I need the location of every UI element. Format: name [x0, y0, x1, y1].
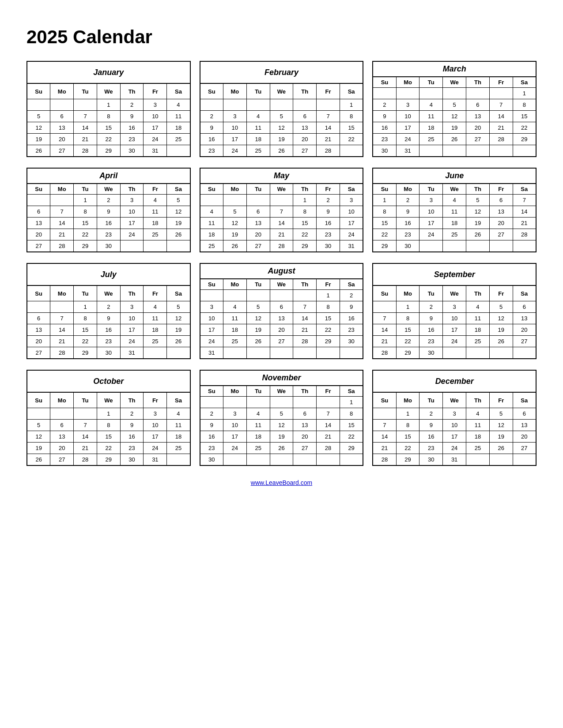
- day-cell: 14: [317, 122, 340, 134]
- day-cell: 27: [513, 443, 536, 454]
- day-cell: 28: [74, 145, 97, 157]
- day-cell: 18: [443, 218, 466, 229]
- day-cell: 19: [223, 229, 246, 240]
- day-cell: 12: [443, 111, 466, 122]
- day-cell: 6: [50, 111, 74, 122]
- day-cell: 18: [246, 431, 270, 443]
- day-cell: 3: [200, 301, 223, 313]
- day-cell: 30: [120, 454, 144, 466]
- day-cell: 2: [97, 301, 120, 313]
- day-cell: 20: [513, 324, 536, 336]
- day-cell: 1: [74, 301, 97, 313]
- day-cell: 26: [167, 336, 190, 347]
- table-row: 11121314151617: [200, 218, 363, 229]
- day-header-su: Su: [27, 184, 50, 195]
- day-cell: 7: [373, 313, 396, 324]
- day-cell: 26: [223, 240, 246, 252]
- table-row: 19202122232425: [27, 134, 190, 145]
- month-name-august: August: [200, 263, 363, 279]
- day-cell: 11: [144, 313, 167, 324]
- day-header-we: We: [270, 184, 293, 195]
- day-cell: 9: [120, 420, 144, 431]
- day-cell: 1: [340, 397, 363, 408]
- day-header-mo: Mo: [223, 386, 246, 397]
- day-cell: 24: [200, 336, 223, 347]
- table-row: 14151617181920: [373, 324, 536, 336]
- day-cell: 25: [167, 134, 190, 145]
- day-header-tu: Tu: [246, 279, 270, 290]
- day-header-mo: Mo: [223, 184, 246, 195]
- day-cell: 11: [200, 218, 223, 229]
- day-header-sa: Sa: [513, 184, 536, 195]
- day-cell: 8: [396, 420, 419, 431]
- day-cell: 15: [74, 218, 97, 229]
- day-cell: 24: [396, 134, 419, 145]
- day-cell: 20: [513, 431, 536, 443]
- table-row: 31: [200, 347, 363, 359]
- day-cell: 29: [74, 240, 97, 252]
- day-cell: 15: [340, 122, 363, 134]
- day-cell: [50, 301, 74, 313]
- day-cell: 22: [373, 229, 396, 240]
- day-cell: 3: [120, 301, 144, 313]
- day-cell: 18: [200, 229, 223, 240]
- day-cell: 31: [120, 347, 144, 359]
- footer-link[interactable]: www.LeaveBoard.com: [26, 479, 537, 486]
- day-header-mo: Mo: [50, 285, 74, 301]
- day-cell: 4: [167, 408, 190, 420]
- day-cell: 18: [144, 324, 167, 336]
- day-cell: 17: [200, 324, 223, 336]
- day-cell: 27: [246, 240, 270, 252]
- day-cell: 25: [144, 229, 167, 240]
- day-cell: 5: [466, 195, 490, 206]
- day-header-sa: Sa: [340, 83, 363, 99]
- table-row: 1: [200, 99, 363, 111]
- day-cell: 29: [396, 454, 419, 466]
- day-cell: 25: [466, 336, 490, 347]
- day-cell: 11: [167, 111, 190, 122]
- day-cell: 31: [396, 145, 419, 157]
- table-row: 1234: [27, 408, 190, 420]
- day-header-mo: Mo: [396, 77, 419, 88]
- day-cell: [144, 347, 167, 359]
- day-cell: 4: [167, 99, 190, 111]
- day-cell: 26: [443, 134, 466, 145]
- day-cell: [293, 454, 317, 466]
- day-cell: 23: [120, 443, 144, 454]
- day-cell: 11: [466, 313, 490, 324]
- table-row: 24252627282930: [200, 336, 363, 347]
- table-row: 6789101112: [27, 206, 190, 218]
- day-cell: 7: [293, 301, 317, 313]
- table-row: 9101112131415: [373, 111, 536, 122]
- table-row: 45678910: [200, 206, 363, 218]
- table-row: 9101112131415: [200, 122, 363, 134]
- day-cell: 19: [489, 324, 513, 336]
- day-cell: 22: [97, 443, 120, 454]
- day-cell: [200, 99, 223, 111]
- table-row: 3031: [373, 145, 536, 157]
- month-table-october: OctoberSuMoTuWeThFrSa1234567891011121314…: [26, 370, 191, 466]
- day-cell: [466, 454, 490, 466]
- day-cell: 28: [489, 134, 513, 145]
- month-table-may: MaySuMoTuWeThFrSa12345678910111213141516…: [200, 168, 364, 252]
- day-cell: 10: [443, 313, 466, 324]
- month-table-december: DecemberSuMoTuWeThFrSa123456789101112131…: [372, 370, 537, 466]
- day-cell: 6: [293, 408, 317, 420]
- day-header-sa: Sa: [340, 184, 363, 195]
- day-cell: 29: [396, 347, 419, 359]
- day-cell: 15: [513, 111, 536, 122]
- day-header-we: We: [443, 285, 466, 301]
- day-header-mo: Mo: [223, 83, 246, 99]
- day-cell: 15: [97, 122, 120, 134]
- day-header-sa: Sa: [167, 184, 190, 195]
- day-cell: 15: [317, 313, 340, 324]
- table-row: 17181920212223: [200, 324, 363, 336]
- day-header-tu: Tu: [419, 184, 443, 195]
- day-cell: 4: [246, 408, 270, 420]
- day-cell: 28: [317, 443, 340, 454]
- day-header-tu: Tu: [419, 77, 443, 88]
- day-cell: [443, 88, 466, 99]
- day-cell: 9: [419, 313, 443, 324]
- day-cell: 6: [270, 301, 293, 313]
- day-cell: 2: [200, 408, 223, 420]
